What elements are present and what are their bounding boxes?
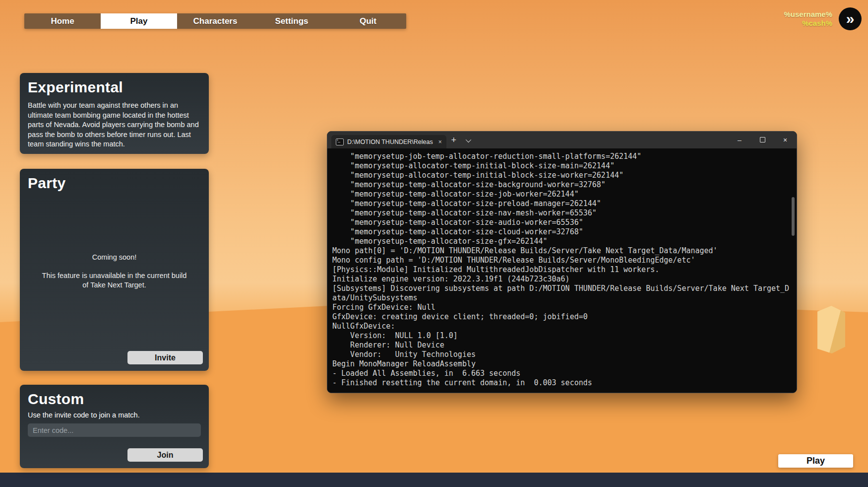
console-line: "memorysetup-allocator-temp-initial-bloc… xyxy=(332,161,792,171)
console-line: ata/UnitySubsystems xyxy=(332,293,792,303)
tab-play[interactable]: Play xyxy=(101,13,177,29)
scrollbar-thumb[interactable] xyxy=(792,197,795,236)
experimental-panel: Experimental Battle with your team again… xyxy=(20,73,209,154)
experimental-description: Battle with your team against three othe… xyxy=(28,101,201,149)
console-line: "memorysetup-job-temp-allocator-reductio… xyxy=(332,152,792,161)
tab-close-icon[interactable]: × xyxy=(438,139,442,145)
console-line: "memorysetup-temp-allocator-size-nav-mes… xyxy=(332,209,792,218)
terminal-tab-title: D:\MOTION THUNDER\Releas xyxy=(347,139,433,145)
console-line: Mono config path = 'D:/MOTION THUNDER/Re… xyxy=(332,256,792,265)
game-screen: HomePlayCharactersSettingsQuit %username… xyxy=(0,0,868,487)
tab-characters[interactable]: Characters xyxy=(177,13,253,29)
console-line: Version: NULL 1.0 [1.0] xyxy=(332,331,792,341)
console-line: "memorysetup-temp-allocator-size-audio-w… xyxy=(332,218,792,227)
console-line: GfxDevice: creating device client; threa… xyxy=(332,312,792,322)
unavailable-text: This feature is unavailable in the curre… xyxy=(40,271,189,290)
custom-instruction: Use the invite code to join a match. xyxy=(28,411,201,419)
console-line: "memorysetup-temp-allocator-size-job-wor… xyxy=(332,190,792,199)
custom-title: Custom xyxy=(28,391,201,408)
console-line: NullGfxDevice: xyxy=(332,322,792,331)
console-line: "memorysetup-temp-allocator-size-cloud-w… xyxy=(332,227,792,237)
user-info: %username% %cash% xyxy=(784,10,832,28)
console-line: [Physics::Module] Initialized Multithrea… xyxy=(332,265,792,275)
invite-button[interactable]: Invite xyxy=(127,351,203,364)
console-line: Forcing GfxDevice: Null xyxy=(332,303,792,312)
window-controls: – × xyxy=(728,132,797,148)
cash-label: %cash% xyxy=(784,19,832,28)
terminal-scrollbar[interactable] xyxy=(790,149,796,392)
console-line: [Subsystems] Discovering subsystems at p… xyxy=(332,284,792,293)
tab-dropdown-button[interactable] xyxy=(461,132,474,148)
console-line: "memorysetup-temp-allocator-size-gfx=262… xyxy=(332,237,792,246)
terminal-window: D:\MOTION THUNDER\Releas × + – × "memory… xyxy=(327,131,797,393)
console-line: Begin MonoManager ReloadAssembly xyxy=(332,359,792,369)
terminal-titlebar[interactable]: D:\MOTION THUNDER\Releas × + – × xyxy=(327,132,797,148)
tab-home[interactable]: Home xyxy=(24,13,101,29)
tab-settings[interactable]: Settings xyxy=(253,13,330,29)
bottom-strip xyxy=(0,473,868,487)
custom-panel: Custom Use the invite code to join a mat… xyxy=(20,385,209,468)
console-line: "memorysetup-temp-allocator-size-preload… xyxy=(332,199,792,209)
console-line: Renderer: Null Device xyxy=(332,341,792,350)
console-line: - Finished resetting the current domain,… xyxy=(332,378,792,388)
console-line: - Loaded All Assemblies, in 6.663 second… xyxy=(332,369,792,378)
tab-quit[interactable]: Quit xyxy=(330,13,406,29)
party-title: Party xyxy=(28,175,201,192)
console-line: "memorysetup-temp-allocator-size-backgro… xyxy=(332,180,792,190)
terminal-tab[interactable]: D:\MOTION THUNDER\Releas × xyxy=(331,135,446,148)
username-label: %username% xyxy=(784,10,832,19)
join-button[interactable]: Join xyxy=(127,448,203,462)
chevron-down-icon xyxy=(465,137,471,142)
console-line: Initialize engine version: 2022.3.19f1 (… xyxy=(332,275,792,284)
console-line: Vendor: Unity Technologies xyxy=(332,350,792,359)
coming-soon-text: Coming soon! xyxy=(20,253,209,261)
cmd-icon xyxy=(336,139,344,145)
maximize-icon xyxy=(760,137,765,142)
close-button[interactable]: × xyxy=(774,132,797,148)
console-line: "memorysetup-allocator-temp-initial-bloc… xyxy=(332,171,792,180)
desert-cube-decoration xyxy=(817,306,845,353)
main-nav: HomePlayCharactersSettingsQuit xyxy=(24,13,406,29)
console-output: "memorysetup-job-temp-allocator-reductio… xyxy=(327,148,797,393)
minimize-button[interactable]: – xyxy=(728,132,751,148)
console-line: Mono path[0] = 'D:/MOTION THUNDER/Releas… xyxy=(332,246,792,256)
party-status: Coming soon! This feature is unavailable… xyxy=(20,253,209,290)
expand-button[interactable]: » xyxy=(839,7,862,30)
new-tab-button[interactable]: + xyxy=(446,135,461,145)
experimental-title: Experimental xyxy=(28,79,201,96)
party-panel: Party Coming soon! This feature is unava… xyxy=(20,169,209,371)
play-button[interactable]: Play xyxy=(778,454,853,468)
maximize-button[interactable] xyxy=(751,132,774,148)
double-chevron-icon: » xyxy=(846,10,855,27)
invite-code-input[interactable] xyxy=(28,423,201,437)
